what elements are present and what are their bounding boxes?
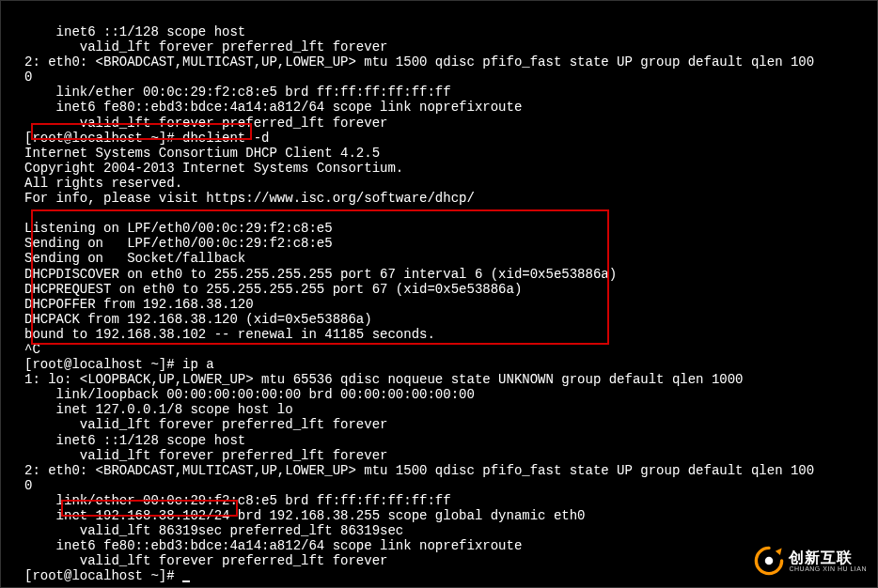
terminal-line: [root@localhost ~]# ip a <box>24 357 214 372</box>
terminal-line: Copyright 2004-2013 Internet Systems Con… <box>24 161 403 176</box>
svg-point-0 <box>765 557 774 565</box>
terminal-line: Sending on Socket/fallback <box>24 251 245 266</box>
logo-english: CHUANG XIN HU LIAN <box>789 565 867 572</box>
terminal-line: Listening on LPF/eth0/00:0c:29:f2:c8:e5 <box>24 221 333 236</box>
terminal-line: Internet Systems Consortium DHCP Client … <box>24 146 380 161</box>
terminal-line: Sending on LPF/eth0/00:0c:29:f2:c8:e5 <box>24 236 333 251</box>
terminal-line: valid_lft forever preferred_lft forever <box>24 448 387 463</box>
cursor <box>182 580 190 582</box>
terminal-line: 2: eth0: <BROADCAST,MULTICAST,UP,LOWER_U… <box>24 463 814 478</box>
terminal-line: inet6 ::1/128 scope host <box>24 433 245 448</box>
logo-chinese: 创新互联 <box>789 550 867 565</box>
terminal-line: valid_lft forever preferred_lft forever <box>24 553 387 568</box>
terminal-line: inet6 fe80::ebd3:bdce:4a14:a812/64 scope… <box>24 538 522 553</box>
terminal-output[interactable]: inet6 ::1/128 scope host valid_lft forev… <box>0 0 878 588</box>
terminal-line: link/ether 00:0c:29:f2:c8:e5 brd ff:ff:f… <box>24 85 451 100</box>
terminal-line: link/loopback 00:00:00:00:00:00 brd 00:0… <box>24 387 475 402</box>
watermark-logo: 创新互联 CHUANG XIN HU LIAN <box>753 545 867 577</box>
terminal-line: DHCPDISCOVER on eth0 to 255.255.255.255 … <box>24 267 617 282</box>
terminal-line: [root@localhost ~]# <box>24 568 182 583</box>
terminal-line: 2: eth0: <BROADCAST,MULTICAST,UP,LOWER_U… <box>24 54 814 70</box>
terminal-line: inet6 fe80::ebd3:bdce:4a14:a812/64 scope… <box>24 100 522 115</box>
terminal-line: valid_lft forever preferred_lft forever <box>24 116 387 131</box>
terminal-line: valid_lft 86319sec preferred_lft 86319se… <box>24 523 403 538</box>
terminal-line: valid_lft forever preferred_lft forever <box>24 39 387 54</box>
terminal-line: inet 127.0.0.1/8 scope host lo <box>24 402 293 417</box>
terminal-line: DHCPREQUEST on eth0 to 255.255.255.255 p… <box>24 282 522 297</box>
terminal-line: 0 <box>24 478 32 493</box>
terminal-line: inet 192.168.38.102/24 brd 192.168.38.25… <box>24 508 586 523</box>
terminal-line: DHCPACK from 192.168.38.120 (xid=0x5e538… <box>24 312 372 327</box>
terminal-line: All rights reserved. <box>24 176 182 191</box>
terminal-line: link/ether 00:0c:29:f2:c8:e5 brd ff:ff:f… <box>24 493 451 508</box>
logo-icon <box>753 545 785 577</box>
logo-text: 创新互联 CHUANG XIN HU LIAN <box>789 550 867 572</box>
terminal-line: [root@localhost ~]# dhclient -d <box>24 131 269 146</box>
terminal-line: inet6 ::1/128 scope host <box>24 24 245 39</box>
terminal-line: DHCPOFFER from 192.168.38.120 <box>24 297 254 312</box>
terminal-line: 0 <box>24 70 32 85</box>
terminal-line: bound to 192.168.38.102 -- renewal in 41… <box>24 327 435 342</box>
terminal-line: ^C <box>24 342 40 357</box>
terminal-line: 1: lo: <LOOPBACK,UP,LOWER_UP> mtu 65536 … <box>24 372 744 387</box>
terminal-line: For info, please visit https://www.isc.o… <box>24 191 475 206</box>
terminal-line: valid_lft forever preferred_lft forever <box>24 417 387 432</box>
